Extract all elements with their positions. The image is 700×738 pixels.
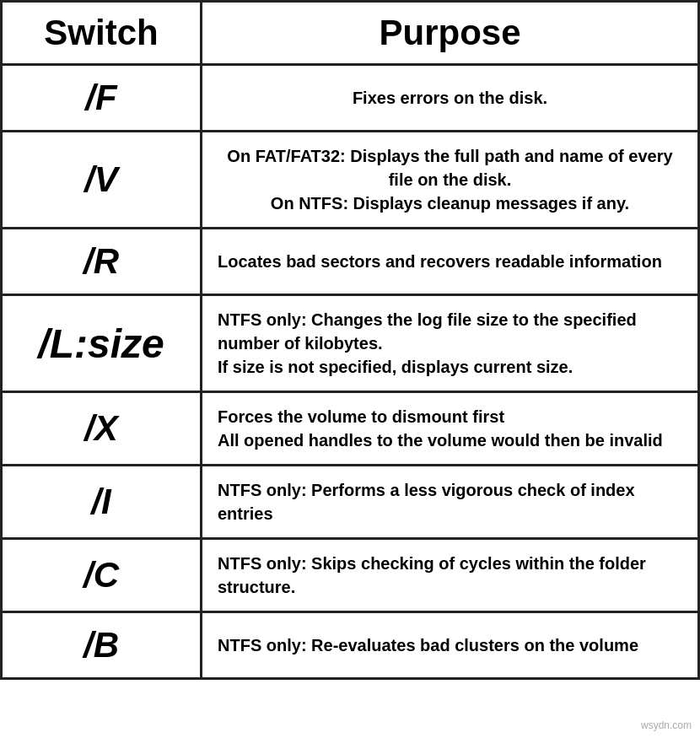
purpose-cell: Forces the volume to dismount firstAll o… (202, 392, 699, 466)
switch-cell: /X (2, 392, 202, 466)
switch-cell: /I (2, 466, 202, 539)
purpose-cell: Fixes errors on the disk. (202, 65, 699, 132)
chkdsk-table: Switch Purpose /FFixes errors on the dis… (0, 0, 700, 680)
purpose-cell: NTFS only: Skips checking of cycles with… (202, 539, 699, 612)
purpose-cell: NTFS only: Performs a less vigorous chec… (202, 466, 699, 539)
table-row: /CNTFS only: Skips checking of cycles wi… (2, 539, 699, 612)
purpose-cell: On FAT/FAT32: Displays the full path and… (202, 132, 699, 229)
purpose-cell: Locates bad sectors and recovers readabl… (202, 229, 699, 295)
switch-cell: /V (2, 132, 202, 229)
switch-cell: /C (2, 539, 202, 612)
switch-cell: /B (2, 612, 202, 679)
table-row: /BNTFS only: Re-evaluates bad clusters o… (2, 612, 699, 679)
table-row: /VOn FAT/FAT32: Displays the full path a… (2, 132, 699, 229)
switch-cell: /F (2, 65, 202, 132)
switch-cell: /R (2, 229, 202, 295)
header-purpose: Purpose (202, 2, 699, 65)
table-row: /RLocates bad sectors and recovers reada… (2, 229, 699, 295)
watermark: wsydn.com (641, 719, 692, 731)
purpose-cell: NTFS only: Re-evaluates bad clusters on … (202, 612, 699, 679)
table-row: /FFixes errors on the disk. (2, 65, 699, 132)
header-switch: Switch (2, 2, 202, 65)
table-row: /XForces the volume to dismount firstAll… (2, 392, 699, 466)
switch-cell: /L:size (2, 295, 202, 392)
purpose-cell: NTFS only: Changes the log file size to … (202, 295, 699, 392)
table-row: /INTFS only: Performs a less vigorous ch… (2, 466, 699, 539)
table-row: /L:sizeNTFS only: Changes the log file s… (2, 295, 699, 392)
